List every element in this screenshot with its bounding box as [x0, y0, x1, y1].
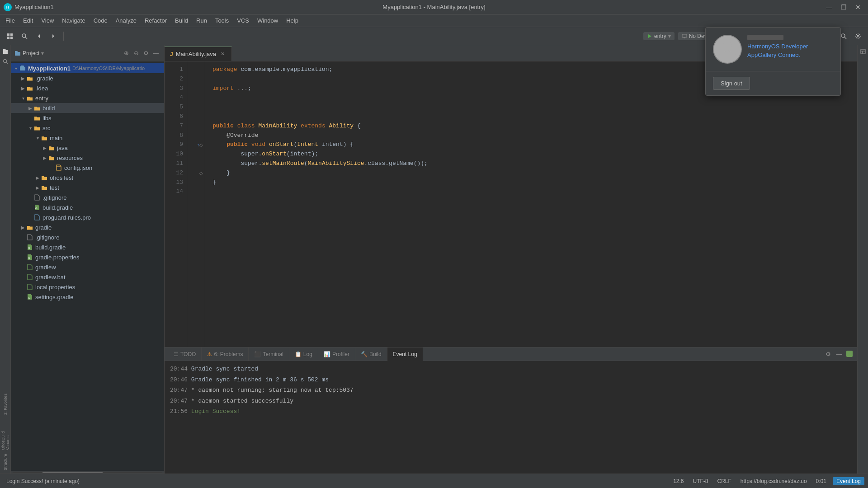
tree-item-gradle-folder[interactable]: ▶ gradle [11, 222, 164, 232]
forward-btn[interactable] [47, 30, 60, 42]
close-button[interactable]: ✕ [852, 3, 864, 12]
log-msg-5: Login Success! [191, 408, 241, 415]
tab-build[interactable]: 🔨 Build [355, 347, 387, 361]
tree-item-build-gradle-entry[interactable]: ▶ G build.gradle [11, 202, 164, 212]
tab-log[interactable]: 📋 Log [289, 347, 318, 361]
tab-problems[interactable]: ⚠ 6: Problems [202, 347, 249, 361]
tree-item-gradle-properties[interactable]: ▶ G gradle.properties [11, 252, 164, 262]
tree-label-entry: entry [35, 95, 48, 102]
tree-item-local-properties[interactable]: ▶ local.properties [11, 282, 164, 292]
activity-struct[interactable]: Structure [0, 451, 11, 474]
tab-main-ability[interactable]: J MainAbility.java ✕ [165, 47, 232, 61]
svg-rect-21 [20, 67, 25, 70]
sidebar-collapse-btn[interactable]: ⊖ [132, 49, 141, 58]
tab-build-label: Build [369, 351, 382, 357]
tree-item-build-gradle-root[interactable]: ▶ G build.gradle [11, 242, 164, 252]
tree-item-resources[interactable]: ▶ resources [11, 153, 164, 163]
tab-profiler[interactable]: 📊 Profiler [318, 347, 355, 361]
tree-item-entry[interactable]: ▾ entry [11, 93, 164, 103]
menu-navigate[interactable]: Navigate [58, 15, 89, 26]
project-icon-btn[interactable] [4, 30, 16, 42]
tree-label-gitignore-root: .gitignore [35, 234, 59, 241]
code-space [234, 122, 237, 131]
status-position[interactable]: 12:6 [670, 477, 686, 485]
status-url-text: https://blog.csdn.net/daztuo [741, 478, 807, 484]
tree-item-gradlew-bat[interactable]: ▶ gradlew.bat [11, 272, 164, 282]
menu-run[interactable]: Run [193, 15, 211, 26]
menu-refactor[interactable]: Refactor [141, 15, 170, 26]
folder-icon-gradle-folder [26, 224, 33, 231]
activity-project[interactable] [1, 47, 10, 56]
status-encoding[interactable]: UTF-8 [690, 477, 711, 485]
file-icon-settings-gradle: G [26, 293, 33, 300]
tree-item-libs[interactable]: ▶ libs [11, 113, 164, 123]
tree-item-gitignore-entry[interactable]: ▶ .gitignore [11, 192, 164, 202]
right-icon-1[interactable] [859, 47, 868, 56]
tree-item-proguard[interactable]: ▶ proguard-rules.pro [11, 212, 164, 222]
status-error-count[interactable]: 0:01 [813, 477, 829, 485]
tree-label-proguard: proguard-rules.pro [42, 214, 91, 221]
tree-item-idea[interactable]: ▶ .idea [11, 83, 164, 93]
back-btn[interactable] [33, 30, 45, 42]
menu-file[interactable]: File [2, 15, 19, 26]
file-icon-gitignore-entry [33, 194, 41, 201]
tree-item-config-json[interactable]: ▶ config.json [11, 163, 164, 173]
tree-item-ohostest[interactable]: ▶ ohosTest [11, 173, 164, 183]
minimize-button[interactable]: — [823, 3, 835, 12]
tree-item-gradlew[interactable]: ▶ gradlew [11, 262, 164, 272]
avatar-image [714, 36, 741, 63]
keyword-public-9: public [226, 140, 248, 150]
run-config-selector[interactable]: entry ▾ [643, 32, 675, 40]
menu-tools[interactable]: Tools [212, 15, 232, 26]
todo-icon: ☰ [174, 351, 179, 357]
tree-item-src[interactable]: ▾ src [11, 123, 164, 133]
popup-link-appgallery[interactable]: AppGallery Connect [747, 52, 833, 58]
tree-item-settings-gradle[interactable]: ▶ G settings.gradle [11, 292, 164, 302]
menu-code[interactable]: Code [90, 15, 111, 26]
menu-help[interactable]: Help [283, 15, 302, 26]
status-lineending[interactable]: CRLF [714, 477, 734, 485]
import-ellipsis: ... [234, 84, 248, 94]
log-time-4: 20:47 [170, 398, 188, 404]
sidebar-settings-btn[interactable]: ⚙ [142, 49, 151, 58]
tree-item-test[interactable]: ▶ test [11, 183, 164, 192]
tab-todo[interactable]: ☰ TODO [168, 347, 202, 361]
code-editor[interactable]: package com.example.myapplication; impor… [205, 61, 857, 347]
tab-close-btn[interactable]: ✕ [219, 51, 226, 58]
panel-close-btn[interactable]: — [835, 350, 844, 359]
search-everywhere-btn[interactable] [18, 30, 31, 42]
sidebar-close-btn[interactable]: — [151, 49, 160, 58]
sign-out-button[interactable]: Sign out [713, 77, 750, 90]
sidebar-title-arrow[interactable]: ▾ [41, 50, 44, 56]
activity-build[interactable]: OhosBuild Variants [0, 418, 11, 450]
status-login[interactable]: Login Success! (a minute ago) [4, 477, 82, 485]
tab-terminal[interactable]: ⬛ Terminal [249, 347, 289, 361]
sidebar-locate-btn[interactable]: ⊕ [122, 49, 131, 58]
tree-item-gitignore-root[interactable]: ▶ .gitignore [11, 232, 164, 242]
settings-button[interactable] [852, 30, 864, 42]
status-event-log-btn[interactable]: Event Log [833, 477, 864, 485]
svg-point-18 [857, 35, 859, 37]
tab-eventlog[interactable]: Event Log [387, 347, 423, 361]
tree-item-build[interactable]: ▶ build [11, 103, 164, 113]
menu-window[interactable]: Window [254, 15, 282, 26]
status-url[interactable]: https://blog.csdn.net/daztuo [738, 477, 810, 485]
menu-analyze[interactable]: Analyze [112, 15, 140, 26]
code-line-8: @Override [212, 131, 850, 141]
code-package-name: com.example.myapplication; [237, 65, 333, 75]
menu-view[interactable]: View [38, 15, 57, 26]
menu-vcs[interactable]: VCS [233, 15, 253, 26]
tree-item-gradle-root[interactable]: ▶ .gradle [11, 73, 164, 83]
tree-item-java[interactable]: ▶ java [11, 143, 164, 153]
tree-item-root[interactable]: ▾ Myapplication1 D:\HarmonyOS\IDE\Myappl… [11, 63, 164, 73]
menu-edit[interactable]: Edit [19, 15, 37, 26]
activity-fav[interactable]: 2: Favorites [0, 390, 11, 418]
activity-search[interactable] [1, 57, 10, 66]
maximize-button[interactable]: ❐ [837, 3, 850, 12]
tree-item-main[interactable]: ▾ main [11, 133, 164, 143]
popup-link-harmonyos[interactable]: HarmonyOS Developer [747, 43, 833, 50]
panel-settings-btn[interactable]: ⚙ [824, 350, 833, 359]
status-lineending-text: CRLF [717, 478, 731, 484]
svg-text:G: G [28, 296, 30, 299]
menu-build[interactable]: Build [171, 15, 192, 26]
